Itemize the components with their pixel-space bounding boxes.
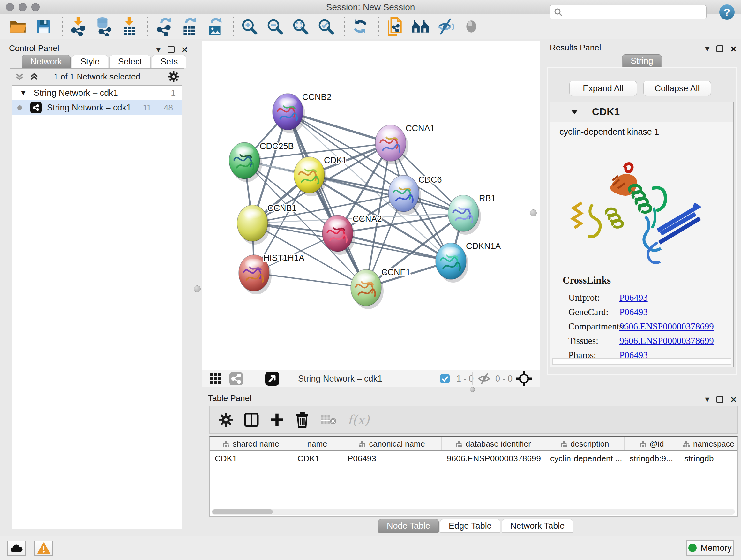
share-view-icon[interactable] [229,370,243,387]
import-network-database-icon[interactable] [94,17,114,37]
export-table-icon[interactable] [179,17,199,37]
hidden-eye-slash-icon[interactable] [477,370,491,387]
zoom-out-icon[interactable] [265,17,285,37]
crosslink-link[interactable]: P06493 [619,293,648,303]
table-horizontal-scrollbar[interactable] [212,509,735,515]
crosslink-link[interactable]: 9606.ENSP00000378699 [619,335,714,346]
panel-dropdown-icon[interactable]: ▾ [705,44,710,54]
search-box [549,5,706,19]
show-graphics-eye-icon[interactable] [461,17,481,37]
tree-expand-icon[interactable]: ▼ [20,89,27,97]
network-view[interactable]: CCNB2CCNA1CDC25BCDK1CDC6RB1CCNB1CCNA2CDK… [202,41,540,387]
birdseye-icon[interactable] [265,370,280,387]
gene-detail-card: CDK1 cyclin-dependent kinase 1 CrossLink… [550,102,734,367]
node-label-CCNB1: CCNB1 [267,203,297,213]
zoom-fit-icon[interactable] [290,17,310,37]
tab-node-table[interactable]: Node Table [378,519,439,533]
node-RB1[interactable]: RB1 [448,193,496,235]
string-homes-icon[interactable] [410,17,430,37]
memory-button[interactable]: Memory [686,540,734,556]
table-cell[interactable]: CDK1 [292,451,342,466]
node-CDC25B[interactable]: CDC25B [229,141,294,182]
grid-view-icon[interactable] [209,370,222,387]
delete-column-trash-icon[interactable] [295,412,309,428]
panel-float-icon[interactable] [717,45,724,52]
crosslink-row: Uniprot:P06493 [562,291,714,305]
table-cell[interactable]: 9606.ENSP00000378699 [442,451,545,466]
save-session-icon[interactable] [34,17,54,37]
export-network-icon[interactable] [154,17,174,37]
right-splitter-handle[interactable] [530,209,537,216]
tab-network[interactable]: Network [22,55,71,68]
column-header-database-identifier[interactable]: database identifier [442,437,545,450]
split-columns-icon[interactable] [244,413,259,427]
zoom-in-icon[interactable] [239,17,259,37]
panel-close-icon[interactable]: × [731,396,737,403]
collapse-all-button[interactable]: Collapse All [643,81,711,96]
results-scrollbar[interactable] [552,358,731,365]
panel-float-icon[interactable] [167,46,175,53]
node-label-CDC6: CDC6 [418,175,442,185]
column-header-canonical-name[interactable]: canonical name [342,437,442,450]
node-table[interactable]: shared namenamecanonical namedatabase id… [209,436,738,516]
panel-close-icon[interactable]: × [731,45,737,52]
network-tree: ▼ String Network – cdk1 1 String Network… [12,85,182,529]
table-row[interactable]: CDK1CDK1P064939606.ENSP00000378699cyclin… [210,451,738,466]
scrollbar-thumb[interactable] [212,509,273,514]
string-network-icon [30,102,42,113]
open-session-icon[interactable] [8,17,28,37]
panel-dropdown-icon[interactable]: ▾ [156,44,160,55]
tab-select[interactable]: Select [110,55,151,68]
node-CCNB2[interactable]: CCNB2 [273,92,332,133]
panel-close-icon[interactable]: × [182,46,188,53]
table-cell[interactable]: CDK1 [210,451,292,466]
crosslink-link[interactable]: P06493 [619,307,648,317]
table-cell[interactable]: stringdb:9... [624,451,679,466]
network-tree-root-row[interactable]: ▼ String Network – cdk1 1 [12,85,182,100]
node-CCNE1[interactable]: CCNE1 [351,267,411,309]
selected-checkbox-icon[interactable] [440,370,450,387]
tab-sets[interactable]: Sets [152,55,186,68]
node-HIST1H1A[interactable]: HIST1H1A [239,253,305,294]
column-header-description[interactable]: description [545,437,624,450]
search-input[interactable] [566,7,706,17]
node-CDKN1A[interactable]: CDKN1A [435,241,501,283]
tab-edge-table[interactable]: Edge Table [440,519,500,533]
column-header-namespace[interactable]: namespace [679,437,738,450]
network-tree-child-row[interactable]: String Network – cdk1 11 48 [12,100,182,115]
table-gear-icon[interactable] [219,413,233,427]
node-CCNA1[interactable]: CCNA1 [375,124,435,165]
refresh-layout-icon[interactable] [350,17,370,37]
network-graph[interactable]: CCNB2CCNA1CDC25BCDK1CDC6RB1CCNB1CCNA2CDK… [202,41,540,370]
export-image-icon[interactable] [205,17,225,37]
tab-style[interactable]: Style [72,55,108,68]
column-header-shared-name[interactable]: shared name [210,437,292,450]
column-header-@id[interactable]: @id [624,437,679,450]
panel-dropdown-icon[interactable]: ▾ [705,394,710,405]
tab-string[interactable]: String [622,54,662,68]
panel-float-icon[interactable] [717,396,724,403]
table-cell[interactable]: stringdb [679,451,738,466]
gene-section-header[interactable]: CDK1 [550,102,733,122]
crosslink-link[interactable]: 9606.ENSP00000378699 [619,321,714,332]
help-icon[interactable]: ? [719,4,735,20]
cloud-button[interactable] [7,541,26,556]
left-splitter-handle[interactable] [194,286,201,293]
column-type-icon [683,441,690,447]
node-CDK1[interactable]: CDK1 [294,155,347,196]
expand-all-button[interactable]: Expand All [569,81,637,96]
import-table-icon[interactable] [119,17,139,37]
hide-graphics-eye-slash-icon[interactable] [436,17,456,37]
tab-network-table[interactable]: Network Table [502,519,574,533]
section-collapse-icon[interactable] [571,110,578,115]
import-network-file-icon[interactable] [68,17,88,37]
zoom-selected-icon[interactable] [316,17,336,37]
column-header-name[interactable]: name [292,437,342,450]
node-CDC6[interactable]: CDC6 [388,175,442,215]
warning-button[interactable] [35,541,53,556]
document-network-icon[interactable] [385,17,405,37]
crosshair-icon[interactable] [516,370,532,387]
add-column-icon[interactable] [270,413,284,427]
table-cell[interactable]: cyclin-dependent ... [545,451,624,466]
table-cell[interactable]: P06493 [342,451,442,466]
